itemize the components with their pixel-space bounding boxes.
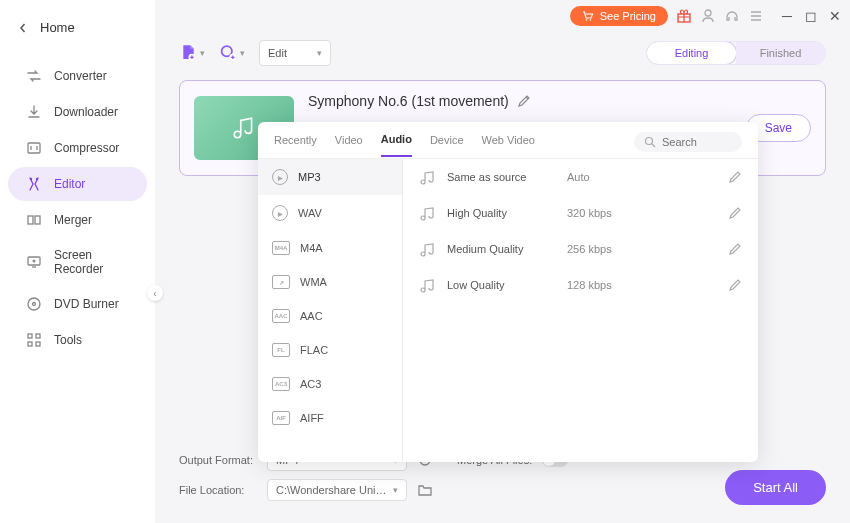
- aiff-icon: AIF: [272, 411, 290, 425]
- gift-icon[interactable]: [676, 8, 692, 24]
- pricing-label: See Pricing: [600, 10, 656, 22]
- rename-icon[interactable]: [517, 94, 531, 108]
- start-all-button[interactable]: Start All: [725, 470, 826, 505]
- quality-list: Same as source Auto High Quality 320 kbp…: [403, 159, 758, 462]
- mp3-icon: ▶: [272, 169, 288, 185]
- svg-point-13: [585, 19, 587, 21]
- dvd-burner-icon: [26, 296, 42, 312]
- format-wma[interactable]: ↗WMA: [258, 265, 402, 299]
- svg-rect-3: [28, 216, 33, 224]
- svg-rect-12: [36, 342, 40, 346]
- converter-icon: [26, 68, 42, 84]
- edit-mode-select[interactable]: Edit ▾: [259, 40, 331, 66]
- m4a-icon: M4A: [272, 241, 290, 255]
- editor-icon: [26, 176, 42, 192]
- tab-device[interactable]: Device: [430, 134, 464, 156]
- search-input[interactable]: [662, 136, 732, 148]
- svg-point-2: [36, 178, 38, 180]
- music-note-icon: [231, 115, 257, 141]
- edit-quality-icon[interactable]: [728, 242, 742, 256]
- close-button[interactable]: ✕: [828, 9, 842, 23]
- folder-icon[interactable]: [417, 482, 433, 498]
- sidebar-item-converter[interactable]: Converter: [8, 59, 147, 93]
- see-pricing-button[interactable]: See Pricing: [570, 6, 668, 26]
- sidebar-item-label: Compressor: [54, 141, 119, 155]
- sidebar-item-label: Editor: [54, 177, 85, 191]
- tab-video[interactable]: Video: [335, 134, 363, 156]
- file-location-label: File Location:: [179, 484, 257, 496]
- sidebar-item-downloader[interactable]: Downloader: [8, 95, 147, 129]
- format-mp3[interactable]: ▶MP3: [258, 159, 402, 195]
- edit-select-label: Edit: [268, 47, 287, 59]
- svg-point-1: [30, 178, 32, 180]
- cart-icon: [582, 10, 594, 22]
- user-icon[interactable]: [700, 8, 716, 24]
- tab-recently[interactable]: Recently: [274, 134, 317, 156]
- tools-icon: [26, 332, 42, 348]
- screen-recorder-icon: [26, 254, 42, 270]
- sidebar-item-screen-recorder[interactable]: Screen Recorder: [8, 239, 147, 285]
- quality-medium[interactable]: Medium Quality 256 kbps: [403, 231, 758, 267]
- headset-icon[interactable]: [724, 8, 740, 24]
- sidebar: Home Converter Downloader Compressor Edi…: [0, 0, 155, 523]
- format-ac3[interactable]: AC3AC3: [258, 367, 402, 401]
- svg-point-8: [33, 303, 36, 306]
- music-icon: [419, 241, 435, 257]
- music-icon: [419, 169, 435, 185]
- edit-quality-icon[interactable]: [728, 206, 742, 220]
- format-popup: Recently Video Audio Device Web Video ▶M…: [258, 122, 758, 462]
- format-search[interactable]: [634, 132, 742, 152]
- segment-editing[interactable]: Editing: [647, 42, 736, 64]
- sidebar-item-tools[interactable]: Tools: [8, 323, 147, 357]
- ac3-icon: AC3: [272, 377, 290, 391]
- format-flac[interactable]: FLFLAC: [258, 333, 402, 367]
- sidebar-item-merger[interactable]: Merger: [8, 203, 147, 237]
- sidebar-item-label: Converter: [54, 69, 107, 83]
- sidebar-item-dvd-burner[interactable]: DVD Burner: [8, 287, 147, 321]
- music-icon: [419, 277, 435, 293]
- format-aiff[interactable]: AIFAIFF: [258, 401, 402, 435]
- sidebar-item-label: Merger: [54, 213, 92, 227]
- search-icon: [644, 136, 656, 148]
- compressor-icon: [26, 140, 42, 156]
- sidebar-item-editor[interactable]: Editor: [8, 167, 147, 201]
- file-location-select[interactable]: C:\Wondershare UniConverter 1▾: [267, 479, 407, 501]
- sidebar-item-label: Screen Recorder: [54, 248, 129, 276]
- format-list: ▶MP3 ▶WAV M4AM4A ↗WMA AACAAC FLFLAC AC3A…: [258, 159, 403, 462]
- maximize-button[interactable]: ◻: [804, 9, 818, 23]
- output-format-label: Output Format:: [179, 454, 257, 466]
- quality-same-as-source[interactable]: Same as source Auto: [403, 159, 758, 195]
- home-label: Home: [40, 20, 75, 35]
- svg-rect-0: [28, 143, 40, 153]
- tab-audio[interactable]: Audio: [381, 133, 412, 157]
- edit-quality-icon[interactable]: [728, 170, 742, 184]
- menu-icon[interactable]: [748, 8, 764, 24]
- sidebar-item-compressor[interactable]: Compressor: [8, 131, 147, 165]
- svg-rect-4: [35, 216, 40, 224]
- merger-icon: [26, 212, 42, 228]
- svg-rect-9: [28, 334, 32, 338]
- sidebar-item-label: Downloader: [54, 105, 118, 119]
- format-wav[interactable]: ▶WAV: [258, 195, 402, 231]
- format-aac[interactable]: AACAAC: [258, 299, 402, 333]
- format-m4a[interactable]: M4AM4A: [258, 231, 402, 265]
- segment-finished[interactable]: Finished: [736, 42, 825, 64]
- quality-low[interactable]: Low Quality 128 kbps: [403, 267, 758, 303]
- tab-web-video[interactable]: Web Video: [482, 134, 535, 156]
- home-nav[interactable]: Home: [0, 10, 155, 45]
- svg-rect-11: [28, 342, 32, 346]
- svg-point-16: [705, 10, 711, 16]
- svg-rect-10: [36, 334, 40, 338]
- add-url-button[interactable]: ▾: [219, 40, 245, 66]
- sidebar-item-label: Tools: [54, 333, 82, 347]
- add-file-button[interactable]: ▾: [179, 40, 205, 66]
- edit-quality-icon[interactable]: [728, 278, 742, 292]
- status-segmented-control: Editing Finished: [646, 41, 826, 65]
- minimize-button[interactable]: ─: [780, 9, 794, 23]
- toolbar: ▾ ▾ Edit ▾ Editing Finished: [179, 32, 826, 80]
- quality-high[interactable]: High Quality 320 kbps: [403, 195, 758, 231]
- wma-icon: ↗: [272, 275, 290, 289]
- wav-icon: ▶: [272, 205, 288, 221]
- svg-point-6: [33, 260, 36, 263]
- svg-point-14: [589, 19, 591, 21]
